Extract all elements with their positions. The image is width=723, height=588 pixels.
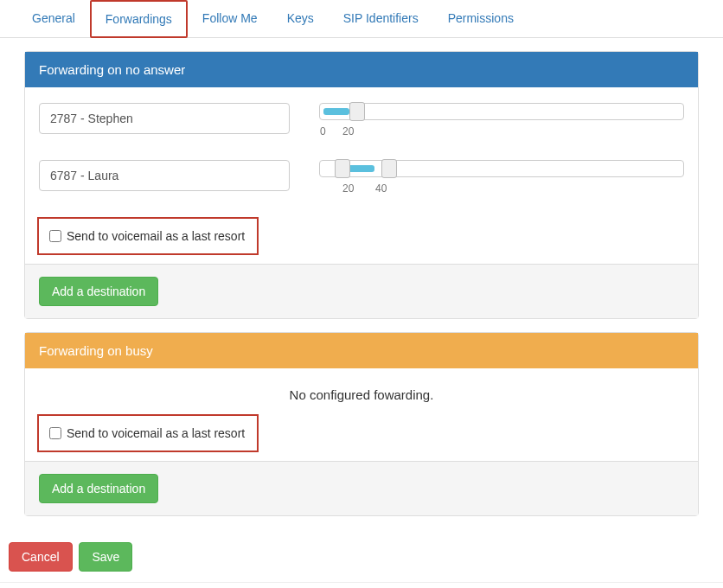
slider-1-start-label: 20 <box>342 182 354 195</box>
save-button[interactable]: Save <box>79 542 132 572</box>
destination-input-0[interactable] <box>39 103 290 134</box>
cancel-button[interactable]: Cancel <box>9 542 73 572</box>
slider-col-0: 0 20 <box>319 103 684 137</box>
panel-no-answer: Forwarding on no answer 0 20 <box>24 51 699 319</box>
slider-1-end-label: 40 <box>375 182 387 195</box>
bottom-action-bar: Cancel Save <box>0 542 723 583</box>
slider-col-1: 20 40 <box>319 160 684 195</box>
slider-0-end-label: 20 <box>342 125 354 137</box>
voicemail-checkbox-label-busy: Send to voicemail as a last resort <box>67 426 245 440</box>
tab-forwardings[interactable]: Forwardings <box>90 0 188 38</box>
slider-0[interactable] <box>319 103 684 120</box>
slider-0-fill <box>323 108 349 115</box>
voicemail-checkbox-input-busy[interactable] <box>49 427 61 439</box>
panel-no-answer-title: Forwarding on no answer <box>25 52 698 87</box>
slider-0-labels: 0 20 <box>319 125 684 137</box>
panel-no-answer-body: 0 20 20 40 Send to voicemail <box>25 87 698 264</box>
slider-1-end-handle[interactable] <box>381 159 397 178</box>
slider-1-labels: 20 40 <box>319 182 684 195</box>
destination-row: 0 20 <box>39 103 684 137</box>
destination-input-1[interactable] <box>39 160 290 191</box>
slider-1-start-handle[interactable] <box>335 159 350 178</box>
tab-sip-identifiers[interactable]: SIP Identifiers <box>329 0 433 38</box>
tab-general[interactable]: General <box>17 0 90 38</box>
add-destination-button-busy[interactable]: Add a destination <box>39 474 158 503</box>
tab-follow-me[interactable]: Follow Me <box>188 0 272 38</box>
voicemail-checkbox-label-no-answer: Send to voicemail as a last resort <box>67 229 245 243</box>
panel-busy-title: Forwarding on busy <box>25 333 698 368</box>
tab-keys[interactable]: Keys <box>272 0 329 38</box>
destination-row: 20 40 <box>39 160 684 195</box>
panel-busy-body: No configured fowarding. Send to voicema… <box>25 368 698 461</box>
add-destination-button-no-answer[interactable]: Add a destination <box>39 277 158 306</box>
tab-permissions[interactable]: Permissions <box>433 0 528 38</box>
slider-1[interactable] <box>319 160 684 177</box>
panel-no-answer-footer: Add a destination <box>25 264 698 318</box>
no-config-message: No configured fowarding. <box>39 384 684 414</box>
voicemail-checkbox-no-answer[interactable]: Send to voicemail as a last resort <box>37 217 259 255</box>
slider-0-start-label: 0 <box>320 125 326 137</box>
voicemail-checkbox-input-no-answer[interactable] <box>49 230 61 242</box>
voicemail-checkbox-busy[interactable]: Send to voicemail as a last resort <box>37 414 259 452</box>
tab-bar: General Forwardings Follow Me Keys SIP I… <box>0 0 723 38</box>
slider-0-end-handle[interactable] <box>349 102 365 121</box>
panel-busy: Forwarding on busy No configured fowardi… <box>24 332 699 516</box>
panel-busy-footer: Add a destination <box>25 461 698 515</box>
